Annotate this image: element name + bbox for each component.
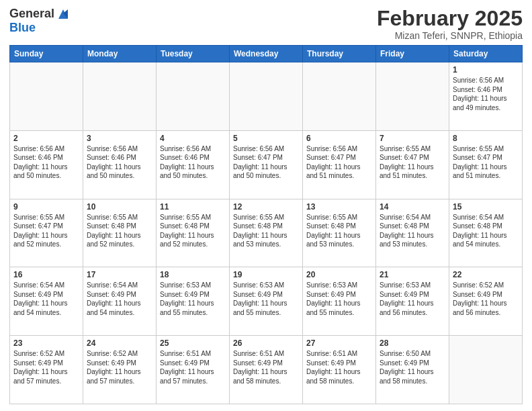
weekday-header-saturday: Saturday — [449, 46, 523, 62]
calendar-cell: 3Sunrise: 6:56 AM Sunset: 6:46 PM Daylig… — [83, 130, 157, 199]
day-number: 27 — [306, 338, 372, 348]
day-info: Sunrise: 6:51 AM Sunset: 6:49 PM Dayligh… — [160, 349, 226, 385]
day-number: 6 — [306, 134, 372, 143]
weekday-header-thursday: Thursday — [303, 46, 376, 62]
calendar-subtitle: Mizan Teferi, SNNPR, Ethiopia — [377, 30, 523, 41]
day-number: 12 — [233, 202, 299, 212]
day-number: 26 — [233, 338, 299, 348]
day-info: Sunrise: 6:52 AM Sunset: 6:49 PM Dayligh… — [13, 349, 79, 385]
day-info: Sunrise: 6:50 AM Sunset: 6:49 PM Dayligh… — [380, 349, 445, 385]
week-row-3: 16Sunrise: 6:54 AM Sunset: 6:49 PM Dayli… — [10, 267, 523, 336]
logo-icon — [56, 7, 71, 21]
day-info: Sunrise: 6:53 AM Sunset: 6:49 PM Dayligh… — [306, 281, 372, 317]
day-number: 14 — [380, 202, 445, 212]
day-number: 9 — [13, 202, 79, 212]
day-info: Sunrise: 6:56 AM Sunset: 6:47 PM Dayligh… — [306, 144, 372, 181]
day-info: Sunrise: 6:56 AM Sunset: 6:47 PM Dayligh… — [233, 144, 299, 181]
day-info: Sunrise: 6:55 AM Sunset: 6:47 PM Dayligh… — [453, 144, 519, 181]
calendar-cell: 6Sunrise: 6:56 AM Sunset: 6:47 PM Daylig… — [303, 130, 376, 199]
calendar-cell: 16Sunrise: 6:54 AM Sunset: 6:49 PM Dayli… — [10, 267, 83, 336]
day-number: 4 — [160, 134, 226, 143]
calendar-cell — [376, 62, 449, 131]
weekday-header-friday: Friday — [376, 46, 449, 62]
day-number: 8 — [453, 134, 519, 143]
calendar-cell: 8Sunrise: 6:55 AM Sunset: 6:47 PM Daylig… — [449, 130, 523, 199]
day-number: 23 — [13, 338, 79, 348]
day-info: Sunrise: 6:53 AM Sunset: 6:49 PM Dayligh… — [233, 281, 299, 317]
week-row-4: 23Sunrise: 6:52 AM Sunset: 6:49 PM Dayli… — [10, 336, 523, 404]
calendar-cell: 18Sunrise: 6:53 AM Sunset: 6:49 PM Dayli… — [157, 267, 230, 336]
calendar-cell: 26Sunrise: 6:51 AM Sunset: 6:49 PM Dayli… — [230, 336, 303, 404]
day-info: Sunrise: 6:55 AM Sunset: 6:48 PM Dayligh… — [233, 213, 299, 249]
calendar-cell: 9Sunrise: 6:55 AM Sunset: 6:47 PM Daylig… — [10, 199, 83, 267]
calendar-cell — [10, 62, 83, 131]
day-number: 3 — [87, 134, 152, 143]
calendar-cell: 10Sunrise: 6:55 AM Sunset: 6:48 PM Dayli… — [83, 199, 157, 267]
calendar-cell: 28Sunrise: 6:50 AM Sunset: 6:49 PM Dayli… — [376, 336, 449, 404]
calendar-cell: 27Sunrise: 6:51 AM Sunset: 6:49 PM Dayli… — [303, 336, 376, 404]
calendar-title: February 2025 — [377, 7, 523, 30]
calendar-cell: 23Sunrise: 6:52 AM Sunset: 6:49 PM Dayli… — [10, 336, 83, 404]
day-number: 19 — [233, 270, 299, 279]
calendar-cell: 24Sunrise: 6:52 AM Sunset: 6:49 PM Dayli… — [83, 336, 157, 404]
day-info: Sunrise: 6:52 AM Sunset: 6:49 PM Dayligh… — [453, 281, 519, 317]
day-number: 5 — [233, 134, 299, 143]
day-number: 28 — [380, 338, 445, 348]
calendar-cell: 17Sunrise: 6:54 AM Sunset: 6:49 PM Dayli… — [83, 267, 157, 336]
day-number: 20 — [306, 270, 372, 279]
calendar-cell: 19Sunrise: 6:53 AM Sunset: 6:49 PM Dayli… — [230, 267, 303, 336]
day-number: 17 — [87, 270, 152, 279]
day-number: 21 — [380, 270, 445, 279]
calendar-cell: 5Sunrise: 6:56 AM Sunset: 6:47 PM Daylig… — [230, 130, 303, 199]
logo-blue-text: Blue — [9, 21, 36, 34]
day-info: Sunrise: 6:56 AM Sunset: 6:46 PM Dayligh… — [87, 144, 152, 181]
calendar-header: SundayMondayTuesdayWednesdayThursdayFrid… — [10, 46, 523, 62]
day-number: 13 — [306, 202, 372, 212]
week-row-0: 1Sunrise: 6:56 AM Sunset: 6:46 PM Daylig… — [10, 62, 523, 131]
weekday-header-sunday: Sunday — [10, 46, 83, 62]
calendar-cell — [449, 336, 523, 404]
page: General Blue February 2025 Mizan Teferi,… — [0, 0, 532, 411]
day-info: Sunrise: 6:54 AM Sunset: 6:49 PM Dayligh… — [13, 281, 79, 317]
logo: General Blue — [9, 7, 71, 35]
calendar-cell: 13Sunrise: 6:55 AM Sunset: 6:48 PM Dayli… — [303, 199, 376, 267]
header: General Blue February 2025 Mizan Teferi,… — [9, 7, 523, 41]
day-number: 10 — [87, 202, 152, 212]
title-block: February 2025 Mizan Teferi, SNNPR, Ethio… — [377, 7, 523, 41]
calendar-cell: 25Sunrise: 6:51 AM Sunset: 6:49 PM Dayli… — [157, 336, 230, 404]
calendar-cell — [230, 62, 303, 131]
day-info: Sunrise: 6:55 AM Sunset: 6:48 PM Dayligh… — [87, 213, 152, 249]
day-info: Sunrise: 6:56 AM Sunset: 6:46 PM Dayligh… — [13, 144, 79, 181]
calendar-cell: 2Sunrise: 6:56 AM Sunset: 6:46 PM Daylig… — [10, 130, 83, 199]
calendar-table: SundayMondayTuesdayWednesdayThursdayFrid… — [9, 45, 523, 404]
day-info: Sunrise: 6:55 AM Sunset: 6:48 PM Dayligh… — [160, 213, 226, 249]
day-number: 25 — [160, 338, 226, 348]
day-number: 2 — [13, 134, 79, 143]
calendar-cell: 21Sunrise: 6:53 AM Sunset: 6:49 PM Dayli… — [376, 267, 449, 336]
day-number: 7 — [380, 134, 445, 143]
day-info: Sunrise: 6:55 AM Sunset: 6:48 PM Dayligh… — [306, 213, 372, 249]
day-info: Sunrise: 6:56 AM Sunset: 6:46 PM Dayligh… — [160, 144, 226, 181]
day-number: 16 — [13, 270, 79, 279]
week-row-2: 9Sunrise: 6:55 AM Sunset: 6:47 PM Daylig… — [10, 199, 523, 267]
calendar-cell — [157, 62, 230, 131]
calendar-body: 1Sunrise: 6:56 AM Sunset: 6:46 PM Daylig… — [10, 62, 523, 404]
day-number: 15 — [453, 202, 519, 212]
day-info: Sunrise: 6:55 AM Sunset: 6:47 PM Dayligh… — [380, 144, 445, 181]
day-info: Sunrise: 6:53 AM Sunset: 6:49 PM Dayligh… — [380, 281, 445, 317]
day-number: 1 — [453, 65, 519, 75]
day-info: Sunrise: 6:51 AM Sunset: 6:49 PM Dayligh… — [306, 349, 372, 385]
day-number: 11 — [160, 202, 226, 212]
weekday-header-wednesday: Wednesday — [230, 46, 303, 62]
calendar-cell: 4Sunrise: 6:56 AM Sunset: 6:46 PM Daylig… — [157, 130, 230, 199]
calendar-cell: 20Sunrise: 6:53 AM Sunset: 6:49 PM Dayli… — [303, 267, 376, 336]
day-info: Sunrise: 6:56 AM Sunset: 6:46 PM Dayligh… — [453, 76, 519, 112]
calendar-cell — [303, 62, 376, 131]
calendar-cell — [83, 62, 157, 131]
calendar-cell: 22Sunrise: 6:52 AM Sunset: 6:49 PM Dayli… — [449, 267, 523, 336]
day-info: Sunrise: 6:51 AM Sunset: 6:49 PM Dayligh… — [233, 349, 299, 385]
weekday-header-monday: Monday — [83, 46, 157, 62]
calendar-cell: 11Sunrise: 6:55 AM Sunset: 6:48 PM Dayli… — [157, 199, 230, 267]
day-info: Sunrise: 6:54 AM Sunset: 6:48 PM Dayligh… — [453, 213, 519, 249]
day-info: Sunrise: 6:52 AM Sunset: 6:49 PM Dayligh… — [87, 349, 152, 385]
